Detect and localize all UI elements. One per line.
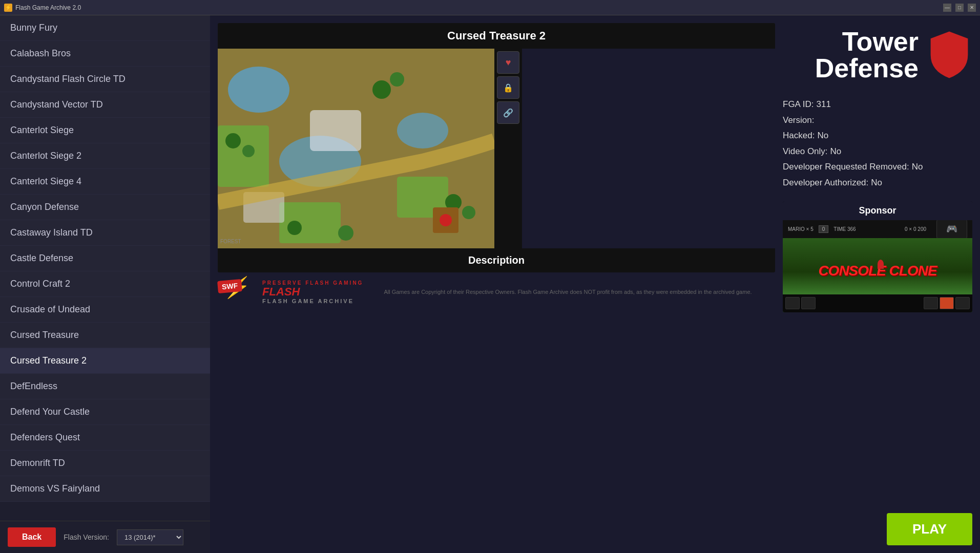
sidebar-item-label: Control Craft 2 bbox=[10, 279, 70, 289]
svg-rect-6 bbox=[279, 202, 341, 243]
game-controls-sidebar: ♥ 🔒 🔗 bbox=[494, 49, 522, 248]
svg-rect-4 bbox=[218, 125, 269, 187]
game-viewport[interactable]: FOREST bbox=[218, 49, 494, 248]
sponsor-score: 0 bbox=[819, 225, 829, 233]
sidebar-item-label: Candystand Flash Circle TD bbox=[10, 74, 126, 84]
close-button[interactable]: ✕ bbox=[968, 4, 976, 12]
play-button-container: PLAY bbox=[783, 508, 972, 545]
sidebar-item-canyon-defense[interactable]: Canyon Defense bbox=[0, 195, 210, 220]
sidebar-item-label: DefEndless bbox=[10, 381, 57, 391]
sidebar-item-bunny-fury[interactable]: Bunny Fury bbox=[0, 15, 210, 41]
sponsor-title: Sponsor bbox=[783, 201, 972, 220]
sidebar-item-castle-defense[interactable]: Castle Defense bbox=[0, 246, 210, 271]
sidebar-item-label: Castaway Island TD bbox=[10, 227, 93, 238]
sidebar-item-defenders-quest[interactable]: Defenders Quest bbox=[0, 425, 210, 451]
version-row: Version: bbox=[783, 113, 972, 129]
dev-removed-label: Developer Requested Removed: bbox=[783, 159, 909, 175]
flash-text: FL bbox=[262, 285, 276, 298]
back-button[interactable]: Back bbox=[8, 527, 56, 547]
svg-point-14 bbox=[462, 206, 475, 219]
sidebar-item-candystand-flash-circle-td[interactable]: Candystand Flash Circle TD bbox=[0, 67, 210, 92]
sidebar-item-cursed-treasure-2[interactable]: Cursed Treasure 2 bbox=[0, 348, 210, 374]
hacked-row: Hacked: No bbox=[783, 128, 972, 144]
copyright: All Games are Copyright of their Respect… bbox=[384, 288, 775, 296]
swf-badge-container: SWF ⚡ bbox=[218, 280, 242, 292]
fga-id-value: 311 bbox=[816, 97, 830, 113]
svg-rect-7 bbox=[310, 110, 361, 151]
video-only-value: No bbox=[830, 144, 842, 160]
game-description-bar: Description bbox=[218, 248, 775, 272]
favorite-button[interactable]: ♥ bbox=[497, 51, 519, 74]
sidebar: Bunny Fury Calabash Bros Candystand Flas… bbox=[0, 15, 210, 553]
sidebar-item-label: Bunny Fury bbox=[10, 23, 57, 33]
sponsor-btn-2 bbox=[801, 297, 816, 309]
sidebar-item-label: Candystand Vector TD bbox=[10, 99, 103, 110]
link-button[interactable]: 🔗 bbox=[497, 101, 519, 124]
lock-button[interactable]: 🔒 bbox=[497, 76, 519, 99]
sidebar-item-canterlot-siege-4[interactable]: Canterlot Siege 4 bbox=[0, 169, 210, 195]
dev-authorized-value: No bbox=[871, 175, 882, 191]
archive-label: FLASH GAME ARCHIVE bbox=[262, 298, 363, 304]
lock-icon: 🔒 bbox=[503, 83, 513, 93]
genre-header: TowerDefense bbox=[783, 23, 972, 87]
genre-title: TowerDefense bbox=[815, 28, 919, 81]
sponsor-image: MARIO × 5 0 TIME 366 0 × 0 200 🎮 bbox=[783, 220, 972, 312]
play-button[interactable]: PLAY bbox=[887, 513, 972, 545]
sidebar-list: Bunny Fury Calabash Bros Candystand Flas… bbox=[0, 15, 210, 521]
title-bar-text: Flash Game Archive 2.0 bbox=[15, 4, 81, 11]
heart-icon: ♥ bbox=[506, 57, 511, 68]
dev-authorized-row: Developer Authorized: No bbox=[783, 175, 972, 191]
sidebar-item-defendless[interactable]: DefEndless bbox=[0, 374, 210, 399]
archive-name: FLASH bbox=[262, 286, 363, 298]
svg-text:FOREST: FOREST bbox=[220, 239, 241, 244]
swf-badge: SWF bbox=[217, 279, 242, 293]
game-section: Cursed Treasure 2 bbox=[218, 23, 972, 545]
sidebar-item-label: Defenders Quest bbox=[10, 432, 80, 442]
sponsor-top-bar: MARIO × 5 0 TIME 366 0 × 0 200 🎮 bbox=[783, 220, 972, 238]
dev-authorized-label: Developer Authorized: bbox=[783, 175, 868, 191]
restore-button[interactable]: □ bbox=[955, 4, 964, 12]
sidebar-item-label: Canterlot Siege 4 bbox=[10, 176, 81, 186]
flash-version-select[interactable]: 13 (2014)* 11 12 14 bbox=[117, 529, 183, 545]
video-only-row: Video Only: No bbox=[783, 144, 972, 160]
sidebar-item-label: Cursed Treasure bbox=[10, 330, 79, 340]
description-label: Description bbox=[468, 254, 525, 266]
main-container: Bunny Fury Calabash Bros Candystand Flas… bbox=[0, 15, 980, 553]
sidebar-item-label: Canyon Defense bbox=[10, 202, 79, 212]
game-main: Cursed Treasure 2 bbox=[218, 23, 775, 545]
window-controls: — □ ✕ bbox=[943, 4, 976, 12]
version-label: Version: bbox=[783, 113, 814, 129]
sidebar-item-canterlot-siege[interactable]: Canterlot Siege bbox=[0, 118, 210, 143]
minimize-button[interactable]: — bbox=[943, 4, 951, 12]
sponsor-coins: 0 × 0 200 bbox=[905, 226, 926, 232]
sidebar-bottom: Back Flash Version: 13 (2014)* 11 12 14 bbox=[0, 521, 210, 553]
sidebar-item-castaway-island-td[interactable]: Castaway Island TD bbox=[0, 220, 210, 246]
sidebar-item-demonrift-td[interactable]: Demonrift TD bbox=[0, 451, 210, 476]
game-title-bar: Cursed Treasure 2 bbox=[218, 23, 775, 49]
game-viewport-row: FOREST ♥ 🔒 🔗 bbox=[218, 49, 775, 248]
dev-removed-value: No bbox=[912, 159, 923, 175]
sidebar-item-label: Castle Defense bbox=[10, 253, 73, 263]
flash-logo-text: PRESERVE FLASH GAMING FLASH FLASH GAME A… bbox=[262, 280, 363, 304]
sidebar-item-canterlot-siege-2[interactable]: Canterlot Siege 2 bbox=[0, 143, 210, 169]
sidebar-item-demons-vs-fairyland[interactable]: Demons VS Fairyland bbox=[0, 476, 210, 502]
game-character bbox=[878, 260, 884, 269]
sidebar-item-calabash-bros[interactable]: Calabash Bros bbox=[0, 41, 210, 67]
sponsor-btn-save bbox=[940, 297, 954, 309]
fga-id-row: FGA ID: 311 bbox=[783, 97, 972, 113]
sidebar-item-control-craft-2[interactable]: Control Craft 2 bbox=[0, 271, 210, 297]
sidebar-item-label: Demons VS Fairyland bbox=[10, 483, 100, 494]
sidebar-item-defend-your-castle[interactable]: Defend Your Castle bbox=[0, 399, 210, 425]
link-icon: 🔗 bbox=[503, 108, 513, 118]
svg-point-1 bbox=[228, 67, 289, 113]
sidebar-item-cursed-treasure[interactable]: Cursed Treasure bbox=[0, 323, 210, 348]
video-only-label: Video Only: bbox=[783, 144, 828, 160]
svg-point-11 bbox=[372, 80, 391, 99]
sponsor-img-content: MARIO × 5 0 TIME 366 0 × 0 200 🎮 bbox=[783, 220, 972, 312]
app-icon: ⚡ bbox=[4, 4, 12, 12]
sidebar-item-candystand-vector-td[interactable]: Candystand Vector TD bbox=[0, 92, 210, 118]
sponsor-btn-4 bbox=[955, 297, 970, 309]
sidebar-item-crusade-of-undead[interactable]: Crusade of Undead bbox=[0, 297, 210, 323]
sponsor-btn-3 bbox=[924, 297, 938, 309]
sponsor-bottom-bar bbox=[783, 294, 972, 312]
